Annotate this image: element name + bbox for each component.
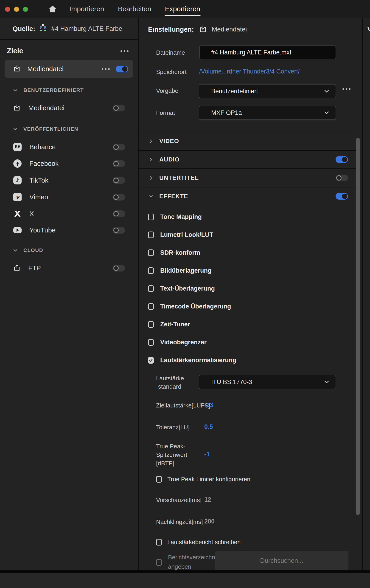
true-peak-value[interactable]: -1 [204, 451, 210, 458]
media-download-icon [13, 65, 21, 73]
youtube-toggle[interactable] [113, 227, 125, 234]
browse-button[interactable]: Durchsuchen... [215, 551, 349, 570]
loudness-standard-select[interactable]: ITU BS.1770-3 [199, 375, 336, 389]
dest-item-x[interactable]: X X [0, 205, 138, 222]
effect-lautstarkenormalisierung[interactable]: Lautstärkenormalisierung [148, 351, 236, 369]
tab-importieren[interactable]: Importieren [69, 1, 105, 17]
checkbox-unchecked[interactable] [156, 476, 162, 483]
section-header-label: BENUTZERDEFINIERT [23, 87, 84, 93]
checkbox-unchecked[interactable] [148, 267, 154, 274]
window-controls[interactable] [5, 7, 28, 12]
target-loudness-value[interactable]: -23 [204, 401, 213, 409]
filename-input[interactable] [199, 45, 336, 59]
preset-more-icon[interactable] [342, 88, 350, 90]
effect-label: SDR-konform [160, 249, 200, 256]
section-label: EFFEKTE [159, 193, 188, 200]
behance-icon: Bē [13, 143, 21, 151]
dest-item-vimeo[interactable]: v Vimeo [0, 189, 138, 205]
dest-item-label: YouTube [29, 226, 56, 234]
x-toggle[interactable] [113, 210, 125, 217]
settings-sections: VIDEO AUDIO UNTERTITEL EFFEKTE [139, 132, 357, 205]
dest-item-label: TikTok [29, 177, 48, 184]
dest-item-behance[interactable]: Bē Behance [0, 139, 138, 155]
dest-item-mediendatei-custom[interactable]: Mediendatei [0, 100, 138, 116]
checkbox-unchecked[interactable] [156, 539, 162, 546]
checkbox-unchecked[interactable] [148, 321, 154, 328]
dest-item-ftp[interactable]: FTP [0, 260, 138, 276]
section-cloud[interactable]: CLOUD [13, 245, 43, 255]
lookahead-value[interactable]: 12 [204, 496, 211, 503]
effect-sdr-konform[interactable]: SDR-konform [148, 244, 200, 262]
youtube-icon [13, 226, 21, 234]
tab-exportieren[interactable]: Exportieren [164, 1, 201, 17]
effect-lumetri-look[interactable]: Lumetri Look/LUT [148, 226, 213, 244]
dest-item-facebook[interactable]: f Facebook [0, 155, 138, 172]
section-label: AUDIO [159, 156, 180, 163]
section-veroeffentlichen[interactable]: VERÖFFENTLICHEN [13, 124, 78, 134]
source-sequence-name: #4 Hamburg ALTE Farbe [51, 25, 122, 32]
checkbox-unchecked[interactable] [148, 285, 154, 292]
destinations-title: Ziele [7, 47, 23, 55]
report-dir-label-line2: angeben [168, 563, 191, 570]
effect-bilduberlagerung[interactable]: Bildüberlagerung [148, 262, 212, 280]
close-window-icon[interactable] [5, 7, 10, 12]
checkbox-unchecked[interactable] [148, 250, 154, 256]
minimize-window-icon[interactable] [14, 7, 19, 12]
audio-toggle[interactable] [336, 156, 348, 163]
facebook-toggle[interactable] [113, 160, 125, 167]
report-dir-checkbox-disabled[interactable] [156, 559, 162, 566]
effekte-toggle[interactable] [336, 193, 348, 200]
section-effekte[interactable]: EFFEKTE [139, 188, 357, 205]
tiktok-toggle[interactable] [113, 177, 125, 184]
ftp-toggle[interactable] [113, 265, 125, 272]
section-header-label: CLOUD [23, 247, 43, 253]
section-label: UNTERTITEL [159, 174, 199, 181]
release-value[interactable]: 200 [204, 518, 215, 525]
effect-tone-mapping[interactable]: Tone Mapping [148, 208, 202, 226]
checkbox-unchecked[interactable] [148, 339, 154, 346]
mediendatei-custom-toggle[interactable] [113, 105, 125, 111]
destinations-more-icon[interactable] [121, 50, 129, 52]
destination-mediendatei-selected[interactable]: Mediendatei [5, 60, 133, 78]
dest-item-youtube[interactable]: YouTube [0, 222, 138, 238]
format-value: MXF OP1a [211, 109, 242, 116]
preset-value: Benutzerdefiniert [211, 88, 258, 95]
effect-zeit-tuner[interactable]: Zeit-Tuner [148, 315, 190, 333]
section-untertitel[interactable]: UNTERTITEL [139, 169, 357, 188]
settings-scrollbar[interactable] [356, 138, 360, 515]
facebook-icon: f [13, 159, 21, 168]
checkbox-unchecked[interactable] [148, 231, 154, 238]
preset-select[interactable]: Benutzerdefiniert [199, 84, 336, 98]
chevron-right-icon [149, 176, 153, 180]
report-dir-label-line1: Berichtsverzeichnis [168, 554, 219, 561]
true-peak-label-line3: [dBTP] [156, 460, 174, 467]
section-audio[interactable]: AUDIO [139, 151, 357, 169]
checkbox-unchecked[interactable] [148, 214, 154, 220]
behance-toggle[interactable] [113, 144, 125, 150]
destination-more-icon[interactable] [102, 68, 110, 70]
section-video[interactable]: VIDEO [139, 132, 357, 151]
location-link[interactable]: /Volume...rdner Thunder3/4 Convert/ [199, 68, 300, 75]
mediendatei-toggle[interactable] [116, 66, 128, 72]
untertitel-toggle[interactable] [336, 175, 348, 181]
section-benutzerdefiniert[interactable]: BENUTZERDEFINIERT [13, 85, 84, 95]
loudness-report-checkbox-row[interactable]: Lautstärkebericht schreiben [156, 533, 241, 551]
chevron-down-icon [149, 194, 153, 199]
effect-videobegrenzer[interactable]: Videobegrenzer [148, 333, 206, 351]
home-icon[interactable] [48, 5, 57, 14]
effect-text-uberlagerung[interactable]: Text-Überlagerung [148, 280, 215, 297]
true-peak-label-line2: Spitzenwert [156, 451, 187, 458]
checkbox-unchecked[interactable] [148, 303, 154, 310]
zoom-window-icon[interactable] [23, 7, 28, 12]
format-select[interactable]: MXF OP1a [199, 106, 336, 120]
checkbox-checked[interactable] [148, 357, 154, 364]
tab-bearbeiten[interactable]: Bearbeiten [118, 1, 152, 17]
vimeo-icon: v [13, 193, 21, 201]
effect-timecode-uberlagerung[interactable]: Timecode Überlagerung [148, 297, 231, 315]
dest-item-tiktok[interactable]: ♪ TikTok [0, 172, 138, 189]
tolerance-value[interactable]: 0.5 [204, 423, 213, 430]
sequence-icon [40, 24, 47, 33]
vimeo-toggle[interactable] [113, 194, 125, 200]
limiter-label: True Peak Limiter konfigurieren [167, 476, 250, 483]
true-peak-limiter-checkbox-row[interactable]: True Peak Limiter konfigurieren [156, 470, 250, 488]
